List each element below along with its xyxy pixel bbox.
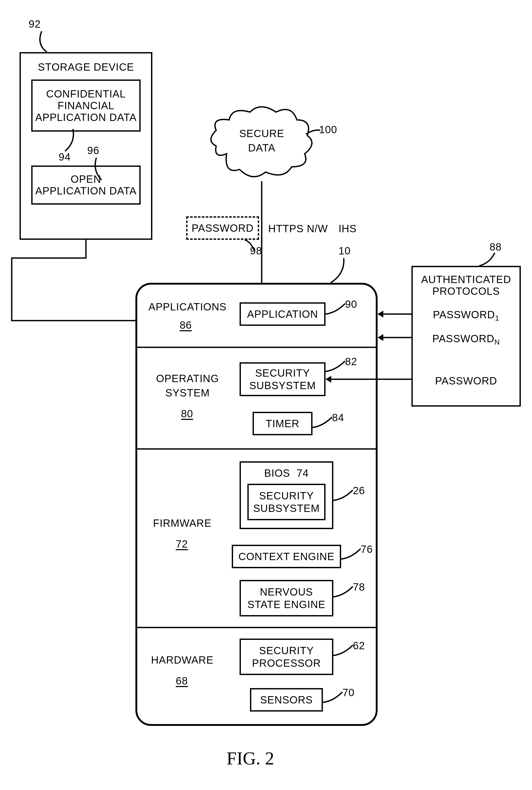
ref-90: 90 — [345, 298, 357, 310]
ref-88: 88 — [490, 241, 502, 253]
ref-72: 72 — [176, 538, 188, 550]
divider-2 — [135, 448, 378, 449]
password-box: PASSWORD — [186, 216, 259, 240]
leader-26 — [333, 490, 354, 503]
context-engine-box: CONTEXT ENGINE — [232, 545, 341, 568]
authenticated-protocols-box: AUTHENTICATED PROTOCOLS PASSWORD1 PASSWO… — [412, 266, 521, 407]
ref-92: 92 — [28, 18, 41, 30]
ref-86: 86 — [180, 319, 192, 331]
pwn-text: PASSWORD — [432, 333, 494, 344]
leader-98 — [245, 240, 258, 253]
bios-label: BIOS — [264, 467, 290, 479]
confidential-line3: APPLICATION DATA — [35, 112, 136, 123]
bios-box: BIOS 74 SECURITY SUBSYSTEM — [240, 461, 333, 529]
cloud-line1: SECURE — [236, 128, 288, 140]
ref-26: 26 — [353, 485, 365, 497]
arrow-pw1 — [378, 310, 414, 318]
security-processor-text: SECURITY PROCESSOR — [252, 644, 321, 669]
ref-68: 68 — [176, 675, 188, 687]
leader-78 — [333, 586, 354, 600]
open-line2: APPLICATION DATA — [35, 185, 136, 197]
ref-80: 80 — [181, 408, 193, 420]
leader-76 — [341, 549, 362, 562]
ihs-label: IHS — [339, 223, 357, 235]
figure-caption: FIG. 2 — [227, 748, 274, 769]
svg-marker-6 — [325, 376, 331, 383]
leader-96 — [89, 158, 109, 181]
arrow-pwn — [378, 334, 414, 342]
ref-74: 74 — [297, 467, 309, 479]
hardware-title: HARDWARE — [146, 654, 219, 666]
pwn-sub: N — [494, 338, 500, 346]
leader-92 — [34, 31, 55, 55]
security-processor-box: SECURITY PROCESSOR — [240, 639, 333, 675]
nervous-state-text: NERVOUS STATE ENGINE — [247, 586, 325, 611]
application-text: APPLICATION — [247, 308, 318, 320]
open-data-box: OPEN APPLICATION DATA — [31, 166, 140, 205]
storage-device-title: STORAGE DEVICE — [38, 61, 134, 73]
ref-94: 94 — [59, 151, 71, 163]
svg-marker-2 — [378, 311, 383, 317]
confidential-line1: CONFIDENTIAL — [46, 88, 126, 100]
arrow-password-security — [325, 375, 414, 383]
sensors-text: SENSORS — [260, 694, 313, 706]
leader-90 — [325, 304, 346, 317]
os-title1: OPERATING — [151, 373, 224, 384]
password-text: PASSWORD — [192, 222, 254, 234]
wire-storage-to-ihs — [11, 240, 138, 320]
auth-title2: PROTOCOLS — [432, 286, 500, 297]
confidential-line2: FINANCIAL — [58, 100, 114, 112]
divider-3 — [135, 627, 378, 628]
diagram-canvas: STORAGE DEVICE CONFIDENTIAL FINANCIAL AP… — [0, 0, 532, 790]
storage-device-box: STORAGE DEVICE CONFIDENTIAL FINANCIAL AP… — [20, 52, 152, 240]
svg-marker-4 — [378, 334, 383, 341]
leader-94 — [60, 129, 81, 152]
ref-84: 84 — [332, 412, 344, 424]
timer-box: TIMER — [252, 412, 312, 435]
leader-84 — [312, 417, 333, 430]
pw-single: PASSWORD — [435, 375, 497, 387]
applications-title: APPLICATIONS — [148, 301, 227, 313]
cloud-line2: DATA — [236, 142, 288, 154]
leader-82 — [325, 361, 346, 374]
timer-text: TIMER — [266, 418, 299, 429]
auth-title1: AUTHENTICATED — [421, 274, 511, 286]
security-subsystem-bios: SECURITY SUBSYSTEM — [247, 484, 325, 520]
leader-100 — [306, 128, 322, 135]
confidential-data-box: CONFIDENTIAL FINANCIAL APPLICATION DATA — [31, 79, 140, 132]
pw1-text: PASSWORD — [433, 309, 495, 320]
os-title2: SYSTEM — [151, 387, 224, 399]
ref-78: 78 — [353, 581, 365, 593]
security-subsystem-os: SECURITY SUBSYSTEM — [240, 362, 325, 396]
leader-10 — [331, 258, 346, 284]
ref-100: 100 — [319, 124, 337, 135]
ref-10: 10 — [339, 245, 351, 257]
leader-88 — [479, 253, 500, 269]
ref-70: 70 — [342, 687, 355, 699]
sensors-box: SENSORS — [250, 688, 323, 712]
ref-76: 76 — [361, 544, 373, 555]
divider-1 — [135, 347, 378, 348]
wire-cloud-to-ihs — [260, 181, 263, 284]
application-box: APPLICATION — [240, 302, 325, 326]
nervous-state-box: NERVOUS STATE ENGINE — [240, 580, 333, 617]
pw1-sub: 1 — [495, 314, 499, 322]
firmware-title: FIRMWARE — [146, 517, 219, 529]
https-label: HTTPS N/W — [268, 223, 328, 235]
security-subsystem-bios-text: SECURITY SUBSYSTEM — [253, 490, 320, 515]
security-subsystem-os-text: SECURITY SUBSYSTEM — [249, 367, 316, 392]
context-engine-text: CONTEXT ENGINE — [239, 551, 335, 563]
leader-70 — [323, 692, 344, 705]
ref-62: 62 — [353, 640, 365, 651]
ref-82: 82 — [345, 356, 357, 368]
ref-96: 96 — [87, 145, 99, 157]
leader-62 — [333, 645, 354, 658]
